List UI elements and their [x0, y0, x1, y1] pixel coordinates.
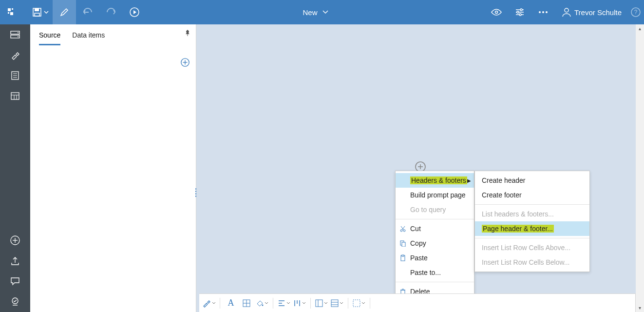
menu-headers-footers[interactable]: Headers & footers ▶: [396, 173, 474, 188]
scroll-up-button[interactable]: ▴: [636, 24, 644, 33]
menu-paste[interactable]: Paste: [396, 251, 474, 265]
submenu-arrow-icon: ▶: [467, 178, 471, 183]
page-icon: [11, 71, 19, 80]
left-nav: [0, 24, 30, 312]
chevron-down-icon: [340, 302, 343, 304]
eyedropper-button[interactable]: [202, 296, 216, 310]
valign-button[interactable]: [293, 296, 306, 310]
nav-pages[interactable]: [0, 65, 30, 86]
help-button[interactable]: ?: [627, 0, 644, 24]
svg-point-14: [519, 14, 521, 16]
undo-button[interactable]: [76, 0, 99, 24]
data-server-icon: [10, 30, 20, 39]
border-button[interactable]: [240, 296, 253, 310]
source-panel: Source Data items: [30, 24, 196, 312]
more-button[interactable]: [531, 0, 555, 24]
svg-point-16: [542, 11, 544, 13]
halign-button[interactable]: [277, 296, 291, 310]
document-title-dropdown[interactable]: New: [146, 8, 485, 17]
menu-build-prompt-page[interactable]: Build prompt page: [396, 188, 474, 202]
paste-icon: [398, 254, 407, 261]
app-logo[interactable]: [0, 0, 23, 24]
svg-point-15: [539, 11, 541, 13]
run-button[interactable]: [123, 0, 146, 24]
edit-mode-button[interactable]: [53, 0, 76, 24]
paint-bucket-icon: [256, 299, 264, 307]
submenu-list-headers-footers: List headers & footers...: [475, 207, 589, 221]
svg-point-8: [495, 11, 498, 14]
vertical-scrollbar[interactable]: ▴ ▾: [636, 24, 644, 312]
nav-validate[interactable]: [0, 292, 30, 312]
svg-rect-71: [353, 300, 360, 307]
main: Source Data items Heade: [0, 24, 644, 312]
scroll-down-button[interactable]: ▾: [636, 304, 644, 312]
context-menu: Headers & footers ▶ Build prompt page Go…: [395, 171, 474, 312]
pin-panel-button[interactable]: [184, 29, 191, 38]
svg-text:?: ?: [634, 9, 638, 16]
font-a-icon: A: [228, 298, 234, 308]
svg-point-17: [546, 11, 548, 13]
svg-rect-3: [10, 12, 13, 15]
tab-data-items[interactable]: Data items: [72, 31, 105, 45]
menu-paste-to[interactable]: Paste to...: [396, 265, 474, 280]
scroll-track[interactable]: [636, 33, 644, 304]
svg-point-24: [18, 36, 19, 37]
copy-icon: [398, 240, 407, 247]
redo-button[interactable]: [99, 0, 123, 24]
plus-circle-icon: [10, 235, 20, 246]
save-icon: [32, 7, 42, 17]
svg-rect-50: [402, 242, 405, 247]
font-button[interactable]: A: [224, 296, 238, 310]
nav-toolbox[interactable]: [0, 45, 30, 65]
nav-comment[interactable]: [0, 271, 30, 292]
submenu-create-header[interactable]: Create header: [475, 173, 589, 188]
pencil-icon: [59, 7, 69, 17]
sliders-icon: [515, 8, 525, 17]
select-button[interactable]: [352, 296, 366, 310]
settings-button[interactable]: [508, 0, 531, 24]
nav-add[interactable]: [0, 230, 30, 251]
svg-point-59: [262, 304, 264, 306]
svg-point-18: [565, 8, 568, 12]
svg-rect-6: [35, 13, 39, 16]
menu-cut[interactable]: Cut: [396, 221, 474, 236]
add-source-button[interactable]: [180, 58, 190, 69]
nav-queries[interactable]: [0, 86, 30, 106]
svg-rect-5: [35, 8, 39, 11]
menu-copy[interactable]: Copy: [396, 236, 474, 251]
redo-icon: [106, 7, 116, 17]
svg-rect-52: [402, 255, 404, 256]
chevron-down-icon: [302, 302, 306, 304]
headers-footers-submenu: Create header Create footer List headers…: [474, 171, 590, 272]
submenu-insert-row-above: Insert List Row Cells Above...: [475, 240, 589, 255]
chevron-down-icon: [212, 302, 216, 304]
fill-button[interactable]: [255, 296, 269, 310]
tab-source[interactable]: Source: [39, 31, 60, 45]
chevron-down-icon: [322, 10, 328, 14]
save-button[interactable]: [23, 0, 53, 24]
nav-share[interactable]: [0, 251, 30, 271]
table-icon: [10, 92, 20, 100]
select-icon: [353, 299, 360, 307]
submenu-insert-row-below: Insert List Row Cells Below...: [475, 255, 589, 270]
layout-button[interactable]: [315, 296, 328, 310]
pin-icon: [184, 29, 191, 36]
submenu-create-footer[interactable]: Create footer: [475, 188, 589, 202]
submenu-page-header-footer[interactable]: Page header & footer...: [475, 221, 589, 236]
topbar: New Trevor Schulte: [0, 0, 644, 24]
user-icon: [562, 7, 571, 17]
username-label: Trevor Schulte: [571, 8, 625, 17]
chevron-down-icon: [324, 302, 328, 304]
check-circle-icon: [10, 297, 20, 307]
table-style-icon: [331, 299, 339, 307]
nav-data[interactable]: [0, 24, 30, 45]
align-vertical-icon: [293, 299, 301, 307]
chevron-down-icon: [361, 302, 365, 304]
preview-button[interactable]: [485, 0, 508, 24]
user-menu[interactable]: Trevor Schulte: [555, 0, 627, 24]
border-icon: [243, 299, 250, 307]
plus-circle-icon: [180, 58, 190, 67]
report-canvas[interactable]: Headers & footers ▶ Build prompt page Go…: [196, 24, 644, 312]
play-circle-icon: [129, 7, 140, 18]
table-style-button[interactable]: [330, 296, 344, 310]
